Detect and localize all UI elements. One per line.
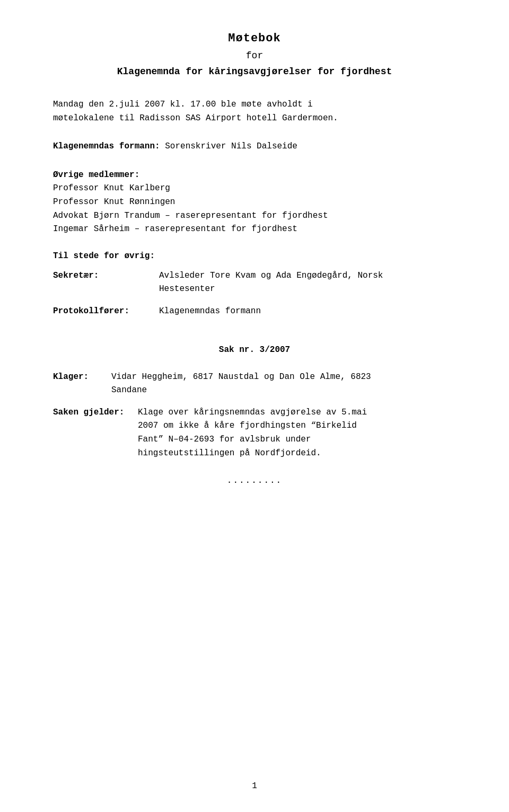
klager-label: Klager: <box>53 370 111 384</box>
member-1: Professor Knut Karlberg <box>53 182 456 196</box>
member-2: Professor Knut Rønningen <box>53 196 456 209</box>
secretary-label: Sekretær: <box>53 269 159 283</box>
date-line-2: møtelokalene til Radisson SAS Airport ho… <box>53 112 456 126</box>
document-page: Møtebok for Klagenemnda for kåringsavgjø… <box>0 0 509 812</box>
secretary-value: Avlsleder Tore Kvam og Ada Engødegård, N… <box>159 269 383 296</box>
sak-title: Sak nr. 3/2007 <box>53 345 456 355</box>
ovrige-label: Øvrige medlemmer: <box>53 169 456 182</box>
protocol-label: Protokollfører: <box>53 305 159 319</box>
til-stede-label: Til stede for øvrig: <box>53 251 456 261</box>
subtitle-for: for <box>53 50 456 61</box>
saken-row: Saken gjelder: Klage over kåringsnemndas… <box>53 406 456 460</box>
date-line-1: Mandag den 2.juli 2007 kl. 17.00 ble møt… <box>53 98 456 112</box>
title-section: Møtebok for Klagenemnda for kåringsavgjø… <box>53 32 456 77</box>
page-number: 1 <box>252 781 257 791</box>
klager-value: Vidar Heggheim, 6817 Naustdal og Dan Ole… <box>111 370 371 398</box>
formann-block: Klagenemndas formann: Sorenskriver Nils … <box>53 140 456 154</box>
klager-block: Klager: Vidar Heggheim, 6817 Naustdal og… <box>53 370 456 461</box>
dots-separator: ......... <box>53 476 456 486</box>
saken-label: Saken gjelder: <box>53 406 138 420</box>
ovrige-block: Øvrige medlemmer: Professor Knut Karlber… <box>53 169 456 236</box>
til-stede-block: Til stede for øvrig: Sekretær: Avlsleder… <box>53 251 456 319</box>
member-4: Ingemar Sårheim – raserepresentant for f… <box>53 223 456 236</box>
sak-section: Sak nr. 3/2007 <box>53 345 456 355</box>
formann-label: Klagenemndas formann: <box>53 142 160 151</box>
protocol-row: Protokollfører: Klagenemndas formann <box>53 305 456 319</box>
subtitle-org: Klagenemnda for kåringsavgjørelser for f… <box>53 66 456 77</box>
secretary-row: Sekretær: Avlsleder Tore Kvam og Ada Eng… <box>53 269 456 296</box>
formann-value: Sorenskriver Nils Dalseide <box>165 142 297 151</box>
protocol-value: Klagenemndas formann <box>159 305 261 319</box>
klager-row: Klager: Vidar Heggheim, 6817 Naustdal og… <box>53 370 456 398</box>
date-block: Mandag den 2.juli 2007 kl. 17.00 ble møt… <box>53 98 456 125</box>
member-3: Advokat Bjørn Trandum – raserepresentant… <box>53 209 456 223</box>
main-title: Møtebok <box>53 32 456 45</box>
saken-value: Klage over kåringsnemndas avgjørelse av … <box>138 406 367 460</box>
formann-line: Klagenemndas formann: Sorenskriver Nils … <box>53 140 456 154</box>
